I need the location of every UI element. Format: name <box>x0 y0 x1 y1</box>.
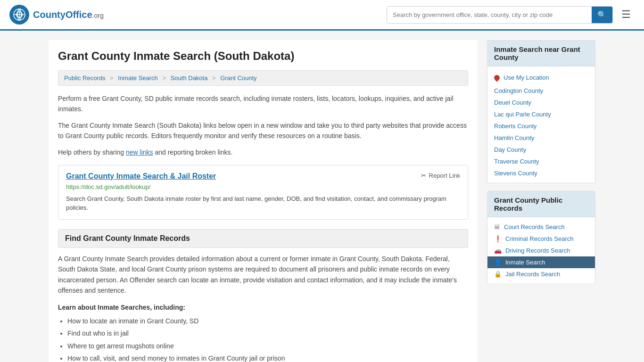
breadcrumb-public-records[interactable]: Public Records <box>64 74 105 82</box>
nearby-county-deuel[interactable]: Deuel County <box>487 97 595 108</box>
nearby-county-lac-qui-parle[interactable]: Lac qui Parle County <box>487 108 595 120</box>
court-records-link[interactable]: Court Records Search <box>504 223 565 230</box>
nearby-panel: Inmate Search near Grant County Use My L… <box>487 40 595 183</box>
learn-list: How to locate an inmate in Grant County,… <box>67 315 468 362</box>
nearby-county-day[interactable]: Day County <box>487 144 595 156</box>
nearby-county-codington[interactable]: Codington County <box>487 85 595 97</box>
report-link-button[interactable]: ✂ Report Link <box>421 172 460 179</box>
inmate-search-link[interactable]: Inmate Search <box>505 259 545 266</box>
logo-icon <box>9 5 29 25</box>
report-icon: ✂ <box>421 172 426 179</box>
breadcrumb-sep-3: > <box>212 74 216 82</box>
deuel-county-link[interactable]: Deuel County <box>494 99 531 106</box>
breadcrumb-sep-2: > <box>162 74 166 82</box>
public-record-criminal[interactable]: ❗ Criminal Records Search <box>487 233 595 245</box>
public-records-panel: Grant County Public Records 🏛 Court Reco… <box>487 191 595 284</box>
nearby-panel-title: Inmate Search near Grant County <box>487 41 595 66</box>
record-card: Grant County Inmate Search & Jail Roster… <box>58 165 468 220</box>
breadcrumb-sep-1: > <box>110 74 114 82</box>
list-item: Where to get arrest mugshots online <box>67 340 468 353</box>
record-title[interactable]: Grant County Inmate Search & Jail Roster <box>66 172 216 181</box>
page-title: Grant County Inmate Search (South Dakota… <box>58 49 468 63</box>
codington-county-link[interactable]: Codington County <box>494 87 543 94</box>
search-input[interactable] <box>387 8 592 22</box>
intro-text-2: The Grant County Inmate Search (South Da… <box>58 120 468 141</box>
nearby-county-stevens[interactable]: Stevens County <box>487 167 595 179</box>
header-right: 🔍 ☰ <box>387 6 635 24</box>
public-records-links: 🏛 Court Records Search ❗ Criminal Record… <box>487 217 595 284</box>
logo-area: CountyOffice.org <box>9 5 104 25</box>
record-url[interactable]: https://doc.sd.gov/adult/lookup/ <box>66 183 460 190</box>
hamburger-menu-button[interactable]: ☰ <box>618 7 635 23</box>
driving-records-link[interactable]: Driving Records Search <box>505 247 570 254</box>
nearby-county-traverse[interactable]: Traverse County <box>487 156 595 167</box>
list-item: How to locate an inmate in Grant County,… <box>67 315 468 328</box>
traverse-county-link[interactable]: Traverse County <box>494 158 539 165</box>
breadcrumb-south-dakota[interactable]: South Dakota <box>171 74 208 82</box>
public-records-panel-title: Grant County Public Records <box>487 191 595 217</box>
lac-qui-parle-county-link[interactable]: Lac qui Parle County <box>494 111 551 118</box>
public-record-jail[interactable]: 🔒 Jail Records Search <box>487 268 595 280</box>
public-record-court[interactable]: 🏛 Court Records Search <box>487 221 595 233</box>
search-button[interactable]: 🔍 <box>592 7 612 23</box>
main-content: Grant County Inmate Search (South Dakota… <box>49 40 478 362</box>
sidebar: Inmate Search near Grant County Use My L… <box>487 40 595 362</box>
public-record-driving[interactable]: 🚗 Driving Records Search <box>487 245 595 256</box>
jail-icon: 🔒 <box>494 271 502 278</box>
criminal-records-link[interactable]: Criminal Records Search <box>505 235 574 242</box>
logo-text: CountyOffice.org <box>33 9 104 20</box>
list-item: How to call, visit, and send money to in… <box>67 352 468 362</box>
location-pin-icon <box>493 74 501 82</box>
search-bar: 🔍 <box>387 6 613 24</box>
page-container: Grant County Inmate Search (South Dakota… <box>39 31 605 362</box>
list-item: Find out who is in jail <box>67 327 468 340</box>
nearby-county-roberts[interactable]: Roberts County <box>487 120 595 132</box>
public-record-inmate[interactable]: 👤 Inmate Search <box>487 256 595 268</box>
day-county-link[interactable]: Day County <box>494 146 526 153</box>
nearby-links: Use My Location Codington County Deuel C… <box>487 66 595 183</box>
court-icon: 🏛 <box>494 223 500 230</box>
stevens-county-link[interactable]: Stevens County <box>494 170 537 177</box>
inmate-icon: 👤 <box>494 259 502 266</box>
driving-icon: 🚗 <box>494 247 502 254</box>
learn-section: Learn about Inmate Searches, including: … <box>58 304 468 362</box>
new-links-link[interactable]: new links <box>126 148 153 156</box>
learn-title: Learn about Inmate Searches, including: <box>58 304 468 311</box>
roberts-county-link[interactable]: Roberts County <box>494 123 537 130</box>
breadcrumb-inmate-search[interactable]: Inmate Search <box>118 74 158 82</box>
use-my-location-link[interactable]: Use My Location <box>504 74 549 81</box>
criminal-icon: ❗ <box>494 235 502 242</box>
use-my-location-item[interactable]: Use My Location <box>487 70 595 85</box>
find-section-heading: Find Grant County Inmate Records <box>58 229 468 248</box>
find-section-body: A Grant County Inmate Search provides de… <box>58 254 468 296</box>
record-card-header: Grant County Inmate Search & Jail Roster… <box>66 172 460 181</box>
breadcrumb-grant-county[interactable]: Grant County <box>220 74 256 82</box>
intro-text-3: Help others by sharing new links and rep… <box>58 147 468 157</box>
hamlin-county-link[interactable]: Hamlin County <box>494 134 534 141</box>
jail-records-link[interactable]: Jail Records Search <box>505 271 560 278</box>
breadcrumb: Public Records > Inmate Search > South D… <box>58 70 468 86</box>
record-description: Search Grant County, South Dakota inmate… <box>66 194 460 213</box>
nearby-county-hamlin[interactable]: Hamlin County <box>487 132 595 144</box>
intro-text-1: Perform a free Grant County, SD public i… <box>58 93 468 115</box>
site-header: CountyOffice.org 🔍 ☰ <box>0 0 644 31</box>
